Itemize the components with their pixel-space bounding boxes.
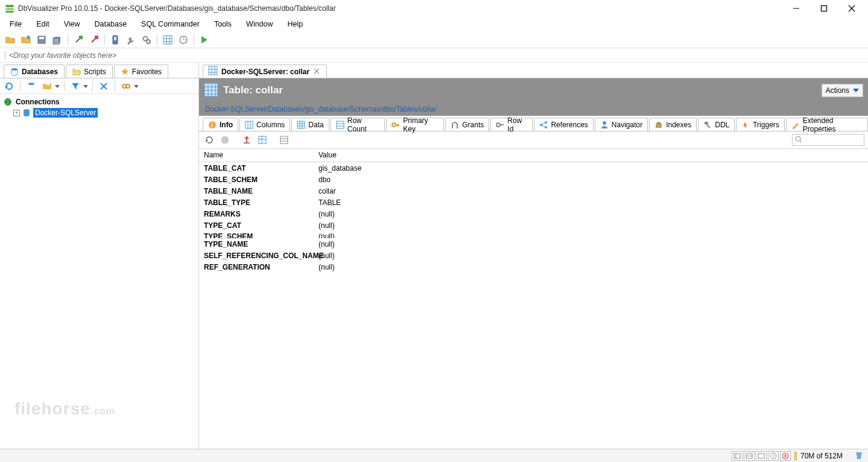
show-grid-button[interactable] [256, 133, 269, 147]
menu-help[interactable]: Help [282, 19, 309, 30]
svg-rect-42 [204, 83, 218, 97]
info-name: SELF_REFERENCING_COL_NAME [199, 252, 314, 260]
table-row[interactable]: TYPE_NAME(null) [199, 238, 868, 250]
sb-layout-2[interactable] [744, 451, 755, 461]
svg-rect-15 [114, 37, 116, 40]
table-row[interactable]: TABLE_TYPETABLE [199, 197, 868, 208]
table-row[interactable]: SELF_REFERENCING_COL_NAME(null) [199, 250, 868, 261]
device-button[interactable] [109, 33, 122, 46]
trash-icon[interactable] [855, 451, 864, 461]
tab-scripts[interactable]: Scripts [66, 65, 113, 78]
save-button[interactable] [35, 33, 48, 46]
svg-point-62 [392, 123, 396, 127]
sb-layout-3[interactable] [756, 451, 767, 461]
wrench-button[interactable] [124, 33, 138, 46]
dtab-ddl[interactable]: DDL [698, 118, 735, 131]
database-tree[interactable]: Connections + Docker-SQLServer [0, 94, 198, 449]
dtab-references[interactable]: References [534, 118, 593, 131]
open-folder-button[interactable] [4, 33, 17, 46]
gears-button[interactable] [140, 33, 153, 46]
dtab-indexes[interactable]: Indexes [649, 118, 697, 131]
reload-button[interactable] [203, 133, 216, 147]
info-name: REF_GENERATION [199, 263, 314, 271]
menu-sql-commander[interactable]: SQL Commander [135, 19, 206, 30]
tree-root-label: Connections [14, 98, 61, 106]
save-all-button[interactable] [51, 33, 64, 46]
menu-tools[interactable]: Tools [208, 19, 238, 30]
tab-favorites[interactable]: Favorites [114, 65, 168, 78]
table-row[interactable]: TYPE_CAT(null) [199, 220, 868, 231]
minimize-button[interactable] [782, 0, 810, 17]
table-row[interactable]: TABLE_SCHEMdbo [199, 174, 868, 185]
table-row[interactable]: TYPE_SCHEM(null) [199, 231, 868, 238]
dtab-extprops[interactable]: Extended Properties [786, 118, 868, 131]
menu-edit[interactable]: Edit [30, 19, 55, 30]
close-tab-button[interactable] [313, 68, 322, 76]
dropdown-icon[interactable] [83, 82, 88, 90]
info-name: TYPE_CAT [199, 221, 314, 230]
refresh-button[interactable] [2, 80, 16, 93]
sb-help[interactable]: ? [768, 451, 779, 461]
table-row[interactable]: TABLE_NAMEcollar [199, 185, 868, 197]
dtab-triggers[interactable]: Triggers [736, 118, 785, 131]
actions-dropdown[interactable]: Actions [822, 84, 863, 97]
menu-view[interactable]: View [58, 19, 86, 30]
sb-layout-1[interactable] [732, 451, 743, 461]
menu-window[interactable]: Window [240, 19, 279, 30]
collapse-button[interactable] [97, 80, 110, 93]
tree-item-docker-sqlserver[interactable]: + Docker-SQLServer [1, 107, 197, 118]
info-name: TYPE_NAME [199, 240, 314, 248]
table-row[interactable]: TABLE_CATgis_database [199, 162, 868, 174]
col-name[interactable]: Name [199, 149, 314, 162]
export-button[interactable] [240, 133, 253, 147]
form-view-button[interactable] [277, 133, 291, 147]
dtab-columns[interactable]: Columns [239, 118, 290, 131]
editor-tab-collar[interactable]: Docker-SQLServer: collar [203, 65, 327, 78]
link-button[interactable] [119, 80, 133, 93]
search-input[interactable] [805, 136, 861, 144]
svg-rect-0 [5, 5, 14, 7]
tree-root[interactable]: Connections [1, 97, 197, 107]
close-button[interactable] [838, 0, 866, 17]
favorites-drop-area[interactable]: <Drop your favorite objects here> [0, 48, 868, 63]
dtab-data[interactable]: Data [291, 118, 329, 131]
connect-button[interactable] [72, 33, 85, 46]
db-action-1[interactable] [25, 80, 38, 93]
hammer-icon [703, 121, 712, 129]
grid-button[interactable] [161, 33, 174, 46]
pencil-icon [791, 121, 800, 129]
table-row[interactable]: REF_GENERATION(null) [199, 261, 868, 273]
globe-icon [4, 98, 12, 106]
menu-file[interactable]: File [4, 19, 28, 30]
info-table-header: Name Value [199, 149, 868, 162]
dtab-rowcount[interactable]: Row Count [331, 118, 385, 131]
grid-icon [297, 121, 305, 129]
run-button[interactable] [198, 33, 211, 46]
svg-rect-11 [53, 38, 59, 44]
dtab-primarykey[interactable]: Primary Key [386, 118, 444, 131]
filter-button[interactable] [69, 80, 82, 93]
dtab-rowid[interactable]: Row Id [490, 118, 533, 131]
expand-icon[interactable]: + [13, 110, 20, 116]
breadcrumb-path[interactable]: Docker-SQLServer/Databases/gis_database/… [205, 105, 437, 113]
clock-button[interactable] [177, 33, 190, 46]
dtab-navigator[interactable]: Navigator [595, 118, 648, 131]
detail-toolbar [199, 131, 868, 148]
dtab-info[interactable]: iInfo [203, 118, 238, 131]
dropdown-icon[interactable] [55, 82, 60, 90]
sb-cancel[interactable] [780, 451, 791, 461]
dtab-grants[interactable]: Grants [445, 118, 489, 131]
menu-database[interactable]: Database [89, 19, 133, 30]
col-value[interactable]: Value [314, 149, 341, 162]
maximize-button[interactable] [810, 0, 838, 17]
search-box[interactable] [792, 134, 864, 146]
tab-databases[interactable]: Databases [4, 65, 65, 78]
grants-icon [451, 121, 459, 129]
new-database-button[interactable] [19, 33, 33, 46]
disconnect-button[interactable] [87, 33, 101, 46]
dropdown-icon[interactable] [134, 82, 139, 90]
table-row[interactable]: REMARKS(null) [199, 208, 868, 220]
db-action-2[interactable]: + [40, 80, 54, 93]
svg-rect-12 [79, 36, 83, 39]
stop-button[interactable] [218, 133, 232, 147]
